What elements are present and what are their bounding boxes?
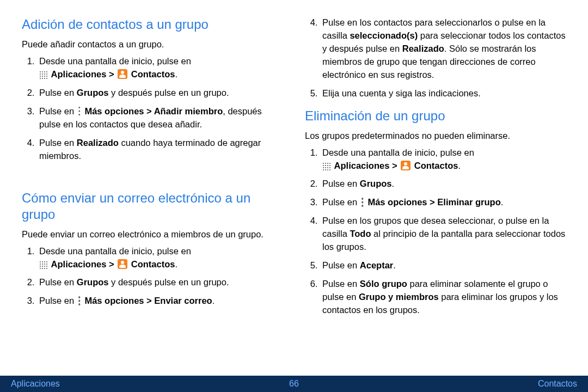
bold: Grupos — [360, 179, 392, 188]
steps-delete-group: Desde una pantalla de inicio, pulse en A… — [305, 146, 566, 317]
text: . — [391, 179, 394, 188]
step-3: Pulse en Más opciones > Añadir miembro, … — [37, 105, 283, 131]
text: . — [212, 296, 215, 305]
bold: seleccionado(s) — [350, 30, 418, 40]
left-column: Adición de contactos a un grupo Puede añ… — [22, 16, 283, 370]
bold: Todo — [350, 229, 371, 238]
separator: > — [389, 161, 400, 170]
heading-email-group: Cómo enviar un correo electrónico a un g… — [22, 190, 283, 223]
step-6: Pulse en Sólo grupo para eliminar solame… — [320, 278, 566, 317]
step-5: Elija una cuenta y siga las indicaciones… — [320, 87, 566, 100]
steps-add-contacts: Desde una pantalla de inicio, pulse en A… — [22, 55, 283, 162]
bold: Más opciones > Añadir miembro — [84, 106, 223, 116]
step-4: Pulse en los contactos para seleccionarl… — [320, 16, 566, 82]
more-options-icon — [78, 296, 81, 305]
text: Pulse en — [39, 138, 77, 148]
apps-label: Aplicaciones — [51, 69, 107, 79]
contacts-icon — [401, 161, 411, 170]
footer-section: Aplicaciones — [11, 379, 289, 389]
text: y después pulse en un grupo. — [108, 88, 229, 97]
apps-grid-icon — [322, 162, 330, 170]
intro-add-contacts: Puede añadir contactos a un grupo. — [22, 38, 283, 51]
manual-page: Adición de contactos a un grupo Puede añ… — [0, 0, 588, 392]
bold: Realizado — [402, 44, 444, 53]
step-1: Desde una pantalla de inicio, pulse en A… — [37, 55, 283, 81]
text: , — [223, 106, 228, 116]
text: Desde una pantalla de inicio, pulse en — [39, 56, 191, 66]
step-2: Pulse en Grupos y después pulse en un gr… — [37, 276, 283, 289]
text: Pulse en — [322, 260, 360, 270]
contacts-icon — [118, 259, 127, 269]
heading-delete-group: Eliminación de un grupo — [305, 108, 566, 124]
step-4: Pulse en Realizado cuando haya terminado… — [37, 137, 283, 163]
bold: Realizado — [77, 138, 119, 148]
step-1: Desde una pantalla de inicio, pulse en A… — [320, 146, 566, 173]
bold: Grupos — [77, 277, 109, 287]
intro-delete-group: Los grupos predeterminados no pueden eli… — [305, 130, 566, 142]
bold: Sólo grupo — [360, 279, 407, 289]
apps-label: Aplicaciones — [334, 161, 390, 170]
period: . — [175, 259, 177, 269]
text: Pulse en — [322, 197, 360, 207]
text: Pulse en — [322, 279, 360, 289]
more-options-icon — [78, 107, 81, 116]
section-spacer — [22, 168, 283, 182]
text: Pulse en — [39, 277, 77, 287]
period: . — [175, 69, 177, 79]
page-footer: Aplicaciones 66 Contactos — [0, 376, 588, 392]
contacts-label: Contactos — [131, 69, 175, 79]
bold: Aceptar — [360, 260, 393, 270]
text: Pulse en — [322, 179, 360, 188]
apps-grid-icon — [39, 261, 47, 269]
steps-email-group: Desde una pantalla de inicio, pulse en A… — [22, 245, 283, 308]
text: . — [501, 197, 504, 207]
step-1: Desde una pantalla de inicio, pulse en A… — [37, 245, 283, 271]
bold: Grupo y miembros — [359, 292, 439, 302]
step-4: Pulse en los grupos que desea selecciona… — [320, 215, 566, 254]
contacts-icon — [118, 69, 127, 79]
apps-grid-icon — [39, 71, 47, 79]
contacts-label: Contactos — [414, 161, 458, 170]
step-2: Pulse en Grupos y después pulse en un gr… — [37, 87, 283, 100]
period: . — [458, 161, 461, 170]
footer-subsection: Contactos — [299, 379, 577, 389]
more-options-icon — [361, 198, 364, 207]
text: . — [393, 260, 396, 270]
step-2: Pulse en Grupos. — [320, 177, 566, 191]
separator: > — [106, 259, 117, 269]
bold: Grupos — [77, 88, 109, 97]
text: Desde una pantalla de inicio, pulse en — [39, 246, 191, 256]
text: Pulse en — [39, 106, 77, 116]
separator: > — [106, 69, 117, 79]
step-3: Pulse en Más opciones > Enviar correo. — [37, 295, 283, 308]
steps-email-group-cont: Pulse en los contactos para seleccionarl… — [305, 16, 566, 100]
step-3: Pulse en Más opciones > Eliminar grupo. — [320, 196, 566, 209]
contacts-label: Contactos — [131, 259, 175, 269]
bold: Más opciones > Enviar correo — [84, 296, 212, 305]
content-columns: Adición de contactos a un grupo Puede añ… — [0, 0, 588, 376]
apps-label: Aplicaciones — [51, 259, 107, 269]
heading-add-contacts: Adición de contactos a un grupo — [22, 16, 283, 33]
intro-email-group: Puede enviar un correo electrónico a mie… — [22, 228, 283, 241]
text: Elija una cuenta y siga las indicaciones… — [322, 88, 481, 98]
footer-page-number: 66 — [289, 379, 299, 389]
right-column: Pulse en los contactos para seleccionarl… — [305, 16, 566, 370]
step-5: Pulse en Aceptar. — [320, 259, 566, 272]
text: Pulse en — [39, 296, 77, 305]
text: Desde una pantalla de inicio, pulse en — [322, 148, 474, 157]
text: Pulse en — [39, 88, 77, 97]
bold: Más opciones > Eliminar grupo — [367, 197, 500, 207]
text: y después pulse en un grupo. — [108, 277, 229, 287]
